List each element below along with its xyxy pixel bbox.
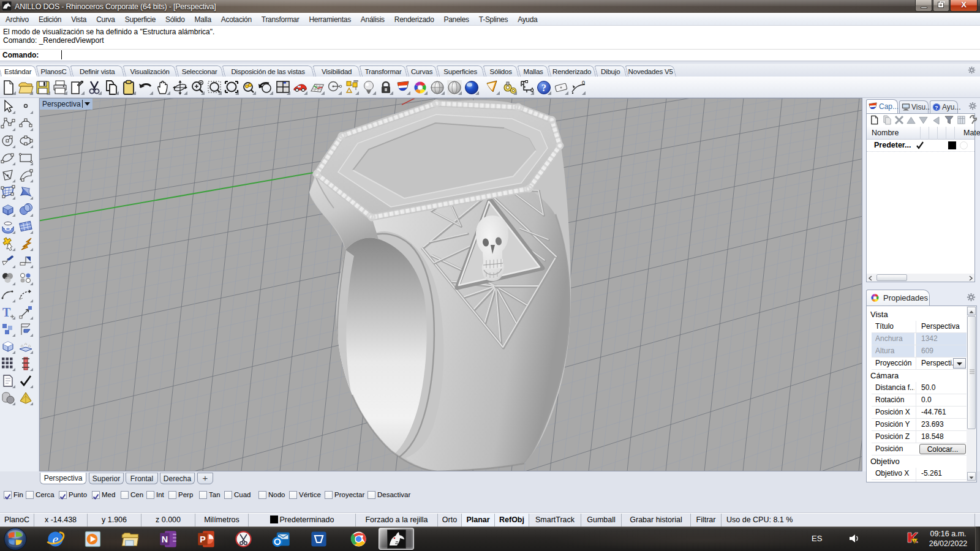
svg-text:T: T xyxy=(2,305,11,319)
svg-text:0: 0 xyxy=(582,80,585,86)
svg-text:Perspectiva: Perspectiva xyxy=(42,100,81,108)
svg-text:?: ? xyxy=(541,83,546,93)
svg-text:!: ! xyxy=(914,539,915,544)
svg-text:P: P xyxy=(200,534,206,544)
svg-text:N: N xyxy=(162,534,168,544)
svg-text:?: ? xyxy=(935,105,938,111)
svg-text:e: e xyxy=(53,531,59,547)
